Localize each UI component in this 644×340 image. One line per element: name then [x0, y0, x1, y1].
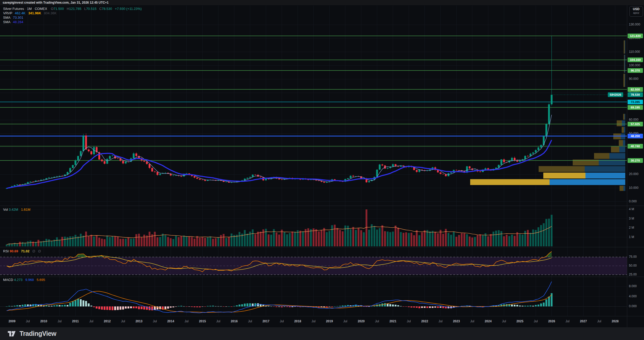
close-label: C [99, 7, 102, 11]
price-level-tag[interactable]: 73.285 [628, 100, 643, 104]
time-axis-label: 2023 [453, 319, 460, 323]
high-value: 121.785 [69, 7, 81, 11]
macd-line [7, 281, 552, 313]
time-axis-label: Jul [343, 319, 347, 323]
contract-symbol-tag[interactable]: SIH2026 [608, 92, 623, 97]
time-axis-label: 2025 [517, 319, 524, 323]
rsi-ma-value: 71.02 [21, 249, 30, 253]
price-level-tag[interactable]: 121.830 [628, 34, 643, 38]
volume-label[interactable]: Vol [3, 208, 8, 211]
price-level-tag[interactable]: 40.740 [628, 144, 643, 149]
axis-tick: 0.000 [629, 200, 637, 203]
time-axis-label: 2021 [390, 319, 397, 323]
attribution-bar: savepiginvest created with TradingView.c… [0, 0, 644, 5]
time-axis-label: 2027 [580, 319, 587, 323]
rsi-legend[interactable]: RSI 90.69 71.02 ∅ ∅ [3, 249, 41, 253]
currency-unit-button[interactable]: USD apoz [629, 6, 643, 17]
axis-tick: 130.000 [629, 23, 640, 26]
vrvp-label[interactable]: VRVP [3, 11, 12, 15]
open-value: 71.500 [54, 7, 64, 11]
currency-label: USD [630, 7, 643, 11]
time-axis-label: Jul [248, 319, 252, 323]
high-label: H [67, 7, 69, 11]
macd-signal-value: 5.695 [37, 278, 45, 282]
vrvp-value-1: 462.4K [15, 11, 25, 15]
time-axis-label: Jul [121, 319, 125, 323]
time-axis-label: Jul [26, 319, 30, 323]
rsi-label[interactable]: RSI [3, 249, 9, 253]
close-value: 78.530 [102, 7, 112, 11]
volume-profile [470, 40, 625, 191]
time-axis-label: Jul [311, 319, 315, 323]
exchange-label: COMEX [35, 7, 47, 11]
axis-tick: 90.000 [629, 77, 639, 81]
axis-tick: 0.000 [629, 304, 637, 308]
macd-legend[interactable]: MACD 4.273 9.968 5.695 [3, 278, 45, 282]
time-axis[interactable]: 2009Jul2010Jul2011Jul2012Jul2013Jul2014J… [0, 316, 644, 328]
time-axis-label: 2016 [231, 319, 238, 323]
time-axis-label: Jul [565, 319, 569, 323]
time-axis-label: 2026 [548, 319, 555, 323]
separator: · [33, 7, 34, 11]
main-legend: Silver Futures · 1M · COMEX O71.500 H121… [3, 7, 142, 24]
price-level-tag[interactable]: 30.270 [628, 158, 643, 163]
sma-slow-label[interactable]: SMA [3, 20, 10, 24]
volume-legend[interactable]: Vol 3.42M 1.61M [3, 208, 30, 211]
axis-tick: 1 M [629, 235, 634, 239]
time-axis-label: Jul [153, 319, 157, 323]
macd-signal-line [7, 291, 552, 312]
tradingview-logo-icon[interactable] [8, 330, 17, 337]
time-axis-label: Jul [280, 319, 284, 323]
tradingview-wordmark[interactable]: TradingView [20, 330, 56, 337]
time-axis-label: 2010 [40, 319, 47, 323]
price-level-tag[interactable]: 69.195 [628, 105, 643, 110]
vrvp-row[interactable]: VRVP 462.4K 341.96K 804.36K [3, 11, 142, 15]
axis-tick: 8.000 [629, 284, 637, 288]
time-axis-label: Jul [470, 319, 474, 323]
price-level-tag[interactable]: 82.500 [628, 87, 643, 92]
volume-value: 3.42M [9, 208, 18, 211]
volume-ma-value: 1.61M [21, 208, 30, 211]
axis-tick: 110.000 [629, 50, 640, 54]
interval-label[interactable]: 1M [27, 7, 32, 11]
time-axis-label: 2011 [72, 319, 79, 323]
sma-fast-label[interactable]: SMA [3, 16, 10, 20]
price-level-tag[interactable]: 96.370 [628, 68, 643, 73]
candlestick-series [6, 36, 552, 189]
axis-tick: 20.000 [629, 172, 639, 176]
time-axis-label: Jul [502, 319, 506, 323]
attribution-text: savepiginvest created with TradingView.c… [3, 1, 109, 4]
sma-slow-row[interactable]: SMA 48.284 [3, 20, 142, 24]
time-axis-label: 2019 [326, 319, 333, 323]
time-axis-label: 2024 [485, 319, 492, 323]
vrvp-value-2: 341.96K [28, 11, 41, 15]
unit-label: apoz [630, 11, 643, 14]
vrvp-value-3: 804.36K [44, 11, 56, 15]
price-level-tag[interactable]: 104.160 [628, 57, 643, 62]
axis-tick: 3 M [629, 217, 634, 220]
time-axis-label: Jul [184, 319, 188, 323]
time-axis-label: 2028 [612, 319, 619, 323]
time-axis-label: Jul [438, 319, 442, 323]
macd-label[interactable]: MACD [3, 278, 13, 282]
time-axis-label: 2018 [294, 319, 301, 323]
axis-tick: 4.000 [629, 294, 637, 298]
time-axis-label: 2015 [199, 319, 206, 323]
time-axis-label: 2022 [421, 319, 428, 323]
price-level-tag[interactable]: 57.025 [628, 122, 643, 126]
axis-tick: 25.00 [629, 273, 637, 276]
sma-fast-row[interactable]: SMA 73.301 [3, 15, 142, 20]
symbol-name[interactable]: Silver Futures [3, 7, 24, 11]
low-label: L [84, 7, 86, 11]
price-level-tag[interactable]: 48.200 [628, 134, 643, 138]
axis-tick: 60.000 [629, 118, 639, 121]
axis-tick: 4 M [629, 207, 634, 211]
rsi-empty-1: ∅ [32, 249, 35, 253]
chart-canvas[interactable] [0, 0, 644, 340]
price-level-tag[interactable]: 78.530 [628, 92, 643, 97]
sma-slow-value: 48.284 [13, 20, 23, 24]
separator: · [25, 7, 26, 11]
symbol-row[interactable]: Silver Futures · 1M · COMEX O71.500 H121… [3, 7, 142, 11]
axis-tick: 75.00 [629, 255, 637, 259]
axis-tick: 100.000 [629, 63, 640, 67]
